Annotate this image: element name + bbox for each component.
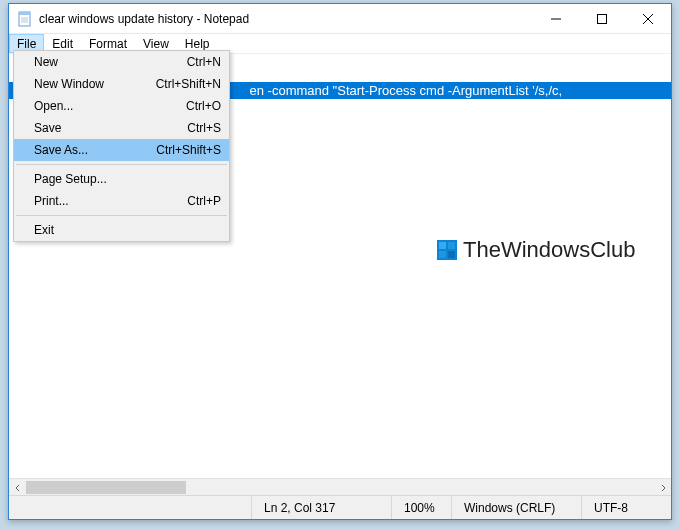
menu-item-label: Save As... (34, 143, 156, 157)
status-eol: Windows (CRLF) (451, 496, 581, 519)
menu-new-window[interactable]: New Window Ctrl+Shift+N (14, 73, 229, 95)
titlebar: clear windows update history - Notepad (9, 4, 671, 34)
status-zoom: 100% (391, 496, 451, 519)
menu-item-shortcut: Ctrl+P (187, 194, 221, 208)
window-title: clear windows update history - Notepad (39, 12, 533, 26)
close-button[interactable] (625, 4, 671, 34)
svg-rect-12 (439, 251, 446, 258)
menu-save-as[interactable]: Save As... Ctrl+Shift+S (14, 139, 229, 161)
scroll-right-button[interactable] (654, 479, 671, 496)
svg-rect-1 (19, 12, 30, 15)
menu-save[interactable]: Save Ctrl+S (14, 117, 229, 139)
svg-rect-11 (448, 242, 455, 249)
menu-item-shortcut: Ctrl+O (186, 99, 221, 113)
menu-separator (16, 164, 227, 165)
menu-print[interactable]: Print... Ctrl+P (14, 190, 229, 212)
notepad-icon (17, 11, 33, 27)
menu-item-shortcut: Ctrl+Shift+S (156, 143, 221, 157)
file-menu-dropdown: New Ctrl+N New Window Ctrl+Shift+N Open.… (13, 50, 230, 242)
menu-item-label: New Window (34, 77, 156, 91)
svg-rect-13 (448, 251, 455, 258)
minimize-button[interactable] (533, 4, 579, 34)
svg-rect-10 (439, 242, 446, 249)
scroll-left-button[interactable] (9, 479, 26, 496)
menu-item-label: Save (34, 121, 187, 135)
menu-item-label: Exit (34, 223, 221, 237)
maximize-button[interactable] (579, 4, 625, 34)
svg-rect-6 (598, 14, 607, 23)
menu-open[interactable]: Open... Ctrl+O (14, 95, 229, 117)
status-encoding: UTF-8 (581, 496, 671, 519)
menu-item-label: Page Setup... (34, 172, 221, 186)
scroll-track[interactable] (26, 479, 654, 495)
menu-separator (16, 215, 227, 216)
watermark-text: TheWindowsClub (463, 237, 635, 263)
menu-item-label: New (34, 55, 187, 69)
menu-item-label: Open... (34, 99, 186, 113)
menu-exit[interactable]: Exit (14, 219, 229, 241)
window-controls (533, 4, 671, 34)
horizontal-scrollbar[interactable] (9, 478, 671, 495)
menu-item-shortcut: Ctrl+S (187, 121, 221, 135)
scroll-thumb[interactable] (26, 481, 186, 494)
status-position: Ln 2, Col 317 (251, 496, 391, 519)
windowsclub-logo-icon (435, 238, 459, 262)
menu-page-setup[interactable]: Page Setup... (14, 168, 229, 190)
menu-item-shortcut: Ctrl+N (187, 55, 221, 69)
watermark: TheWindowsClub (435, 237, 635, 263)
menu-item-label: Print... (34, 194, 187, 208)
menu-item-shortcut: Ctrl+Shift+N (156, 77, 221, 91)
menu-new[interactable]: New Ctrl+N (14, 51, 229, 73)
statusbar: Ln 2, Col 317 100% Windows (CRLF) UTF-8 (9, 495, 671, 519)
